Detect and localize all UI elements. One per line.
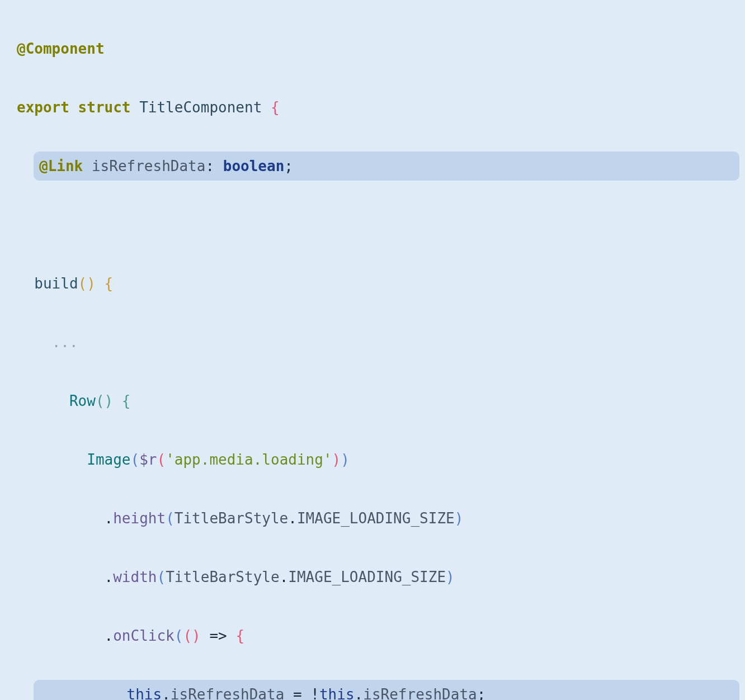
class-titlebarstyle: TitleBarStyle: [175, 510, 289, 527]
paren-open: (: [183, 627, 192, 644]
dot: .: [288, 510, 297, 527]
class-name: TitleComponent: [139, 99, 262, 116]
field-ref: isRefreshData: [171, 686, 285, 700]
type-boolean: boolean: [223, 158, 285, 174]
paren-close: ): [192, 627, 201, 644]
code-line-10: .onClick(() => {: [0, 621, 745, 651]
paren-close: ): [446, 569, 455, 585]
fn-row: Row: [69, 392, 96, 409]
code-line-11: this.isRefreshData = !this.isRefreshData…: [34, 680, 739, 700]
dot: .: [355, 686, 364, 700]
method-onclick: onClick: [113, 627, 175, 644]
code-line-6: Row() {: [0, 386, 745, 416]
highlighted-line-2: this.isRefreshData = !this.isRefreshData…: [34, 680, 739, 700]
brace-open: {: [271, 99, 280, 116]
paren-close: ): [455, 510, 464, 527]
method-height: height: [113, 510, 166, 527]
decorator-component: @Component: [17, 40, 105, 57]
dot: .: [105, 569, 114, 585]
code-line-1: @Component: [0, 34, 745, 64]
paren-open: (: [157, 569, 166, 585]
string-media: 'app.media.loading': [166, 451, 332, 468]
code-line-3: @Link isRefreshData: boolean;: [34, 152, 739, 181]
code-line-4: build() {: [0, 269, 745, 299]
colon: :: [205, 158, 214, 174]
dot: .: [280, 569, 289, 585]
semicolon: ;: [284, 158, 293, 174]
const-img-loading-size: IMAGE_LOADING_SIZE: [288, 569, 446, 585]
paren-open: (: [131, 451, 140, 468]
paren-open: (: [166, 510, 175, 527]
arrow: =>: [209, 627, 227, 644]
dot: .: [105, 627, 114, 644]
paren-close: ): [105, 392, 114, 409]
fn-dollar-r: $r: [139, 451, 157, 468]
decorator-link: @Link: [39, 158, 83, 174]
paren-open: (: [78, 275, 87, 292]
keyword-this: this: [127, 686, 162, 700]
method-build: build: [34, 275, 78, 292]
method-width: width: [113, 569, 157, 585]
semicolon: ;: [477, 686, 486, 700]
field-ref: isRefreshData: [363, 686, 477, 700]
equals: =: [284, 686, 310, 700]
field-name: isRefreshData: [92, 158, 206, 174]
code-line-5: ...: [0, 328, 745, 357]
const-img-loading-size: IMAGE_LOADING_SIZE: [297, 510, 455, 527]
keyword-export: export: [17, 99, 69, 116]
code-line-7: Image($r('app.media.loading')): [0, 445, 745, 475]
paren-close: ): [341, 451, 350, 468]
keyword-struct: struct: [78, 99, 131, 116]
code-line-2: export struct TitleComponent {: [0, 93, 745, 122]
ellipsis: ...: [52, 334, 78, 351]
keyword-this: this: [319, 686, 355, 700]
paren-close: ): [87, 275, 96, 292]
brace-open: {: [105, 275, 114, 292]
paren-open: (: [175, 627, 183, 644]
brace-open: {: [122, 392, 131, 409]
code-snippet: @Component export struct TitleComponent …: [0, 4, 745, 700]
code-line-8: .height(TitleBarStyle.IMAGE_LOADING_SIZE…: [0, 504, 745, 533]
dot: .: [105, 510, 114, 527]
paren-open: (: [96, 392, 105, 409]
not: !: [310, 686, 319, 700]
dot: .: [162, 686, 171, 700]
paren-open: (: [157, 451, 166, 468]
paren-close: ): [332, 451, 341, 468]
brace-open: {: [235, 627, 244, 644]
highlighted-line-1: @Link isRefreshData: boolean;: [34, 152, 739, 181]
fn-image: Image: [87, 451, 130, 468]
code-line-9: .width(TitleBarStyle.IMAGE_LOADING_SIZE): [0, 562, 745, 592]
class-titlebarstyle: TitleBarStyle: [166, 569, 280, 585]
code-line-blank: [0, 210, 745, 240]
